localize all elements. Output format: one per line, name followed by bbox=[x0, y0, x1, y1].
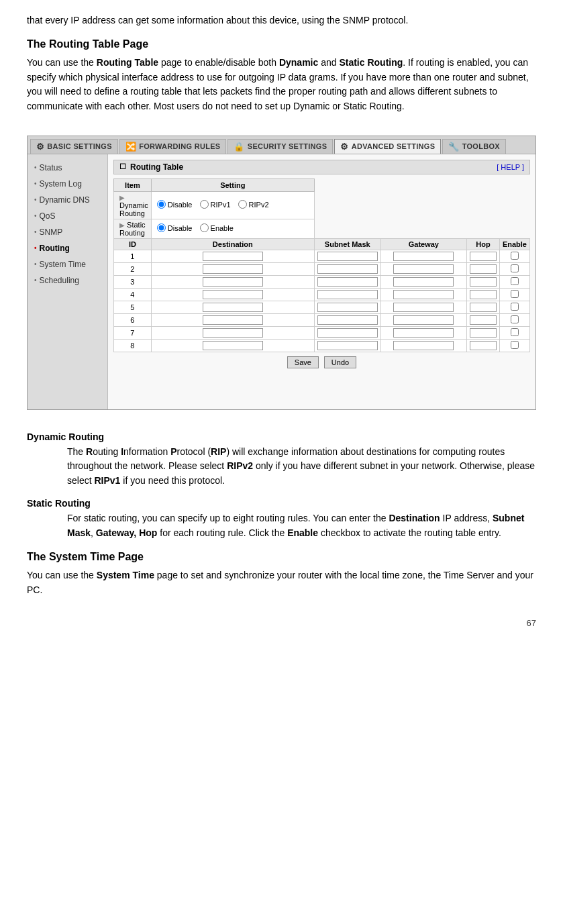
static-disable-label: Disable bbox=[157, 223, 193, 232]
row4-gateway bbox=[380, 288, 466, 301]
row3-dest-input[interactable] bbox=[203, 277, 263, 287]
row4-mask-input[interactable] bbox=[317, 290, 378, 299]
tab-advanced-settings[interactable]: ⚙ ADVANCED SETTINGS bbox=[334, 139, 441, 154]
row8-destination bbox=[151, 339, 314, 352]
row8-enable-cb[interactable] bbox=[511, 341, 519, 349]
row2-gw-input[interactable] bbox=[393, 264, 454, 274]
row6-gateway bbox=[380, 313, 466, 326]
row7-enable-cb[interactable] bbox=[511, 328, 519, 336]
static-enable-radio[interactable] bbox=[200, 223, 209, 232]
static-routing-heading: Static Routing bbox=[27, 498, 536, 509]
row8-subnet bbox=[314, 339, 380, 352]
table-row: 7 bbox=[114, 326, 530, 339]
dynamic-disable-label: Disable bbox=[157, 200, 193, 209]
row1-gateway bbox=[380, 250, 466, 262]
dynamic-routing-setting: Disable RIPv1 RIPv2 bbox=[151, 191, 314, 219]
row6-enable-cb[interactable] bbox=[511, 315, 519, 323]
row3-hop-input[interactable] bbox=[470, 277, 497, 287]
row1-dest-input[interactable] bbox=[203, 252, 263, 261]
row7-gw-input[interactable] bbox=[393, 328, 454, 338]
row5-gw-input[interactable] bbox=[393, 303, 454, 312]
row3-gw-input[interactable] bbox=[393, 277, 454, 287]
row5-hop bbox=[466, 301, 499, 313]
static-routing-content: For static routing, you can specify up t… bbox=[67, 511, 536, 540]
help-link[interactable]: [ HELP ] bbox=[497, 163, 524, 171]
row8-mask-input[interactable] bbox=[317, 341, 378, 350]
row6-subnet bbox=[314, 313, 380, 326]
row7-id: 7 bbox=[114, 326, 152, 339]
tab-toolbox[interactable]: 🔧 TOOLBOX bbox=[442, 139, 506, 154]
tab-toolbox-label: TOOLBOX bbox=[462, 142, 500, 150]
row3-id: 3 bbox=[114, 275, 152, 288]
row7-dest-input[interactable] bbox=[203, 328, 263, 338]
row3-gateway bbox=[380, 275, 466, 288]
row1-hop-input[interactable] bbox=[470, 252, 497, 261]
static-routing-row: ▶ Static Routing Disable Enable bbox=[114, 219, 530, 238]
row8-hop-input[interactable] bbox=[470, 341, 497, 350]
row8-gw-input[interactable] bbox=[393, 341, 454, 350]
tab-forwarding-rules[interactable]: 🔀 FORWARDING RULES bbox=[119, 139, 227, 154]
undo-button[interactable]: Undo bbox=[324, 356, 356, 368]
row6-gw-input[interactable] bbox=[393, 315, 454, 325]
page-number: 67 bbox=[27, 618, 536, 628]
row2-subnet bbox=[314, 262, 380, 275]
row2-destination bbox=[151, 262, 314, 275]
row8-dest-input[interactable] bbox=[203, 341, 263, 350]
sidebar-item-system-log[interactable]: • System Log bbox=[28, 176, 107, 192]
bullet-snmp: • bbox=[34, 228, 37, 236]
row6-mask-input[interactable] bbox=[317, 315, 378, 325]
static-disable-radio[interactable] bbox=[157, 223, 166, 232]
bullet-qos: • bbox=[34, 212, 37, 219]
col-header-setting: Setting bbox=[151, 178, 314, 191]
col-enable: Enable bbox=[499, 238, 529, 250]
save-button[interactable]: Save bbox=[287, 356, 319, 368]
dynamic-ripv2-radio[interactable] bbox=[238, 200, 247, 209]
routing-table: Item Setting ▶ Dynamic Routing bbox=[113, 178, 530, 352]
security-settings-icon: 🔒 bbox=[234, 142, 244, 152]
sidebar-label-snmp: SNMP bbox=[40, 227, 63, 237]
col-destination: Destination bbox=[151, 238, 314, 250]
row5-enable-cb[interactable] bbox=[511, 303, 519, 311]
tab-security-settings[interactable]: 🔒 SECURITY SETTINGS bbox=[227, 139, 333, 154]
sidebar-item-snmp[interactable]: • SNMP bbox=[28, 224, 107, 240]
row1-gw-input[interactable] bbox=[393, 252, 454, 261]
row6-id: 6 bbox=[114, 313, 152, 326]
sidebar-item-qos[interactable]: • QoS bbox=[28, 208, 107, 224]
static-enable-text: Enable bbox=[211, 224, 234, 232]
sidebar-item-system-time[interactable]: • System Time bbox=[28, 256, 107, 272]
row6-enable bbox=[499, 313, 529, 326]
row5-hop-input[interactable] bbox=[470, 303, 497, 312]
tab-basic-settings[interactable]: ⚙ BASIC SETTINGS bbox=[30, 139, 118, 154]
row1-enable-cb[interactable] bbox=[511, 252, 519, 260]
row4-gw-input[interactable] bbox=[393, 290, 454, 299]
tab-advanced-settings-label: ADVANCED SETTINGS bbox=[352, 142, 436, 150]
nav-tabs: ⚙ BASIC SETTINGS 🔀 FORWARDING RULES 🔒 SE… bbox=[28, 136, 535, 154]
row3-mask-input[interactable] bbox=[317, 277, 378, 287]
row6-hop-input[interactable] bbox=[470, 315, 497, 325]
dynamic-ripv1-radio[interactable] bbox=[200, 200, 209, 209]
row2-mask-input[interactable] bbox=[317, 264, 378, 274]
sidebar-item-status[interactable]: • Status bbox=[28, 160, 107, 176]
sidebar-item-dynamic-dns[interactable]: • Dynamic DNS bbox=[28, 192, 107, 208]
row2-hop-input[interactable] bbox=[470, 264, 497, 274]
row7-mask-input[interactable] bbox=[317, 328, 378, 338]
row5-mask-input[interactable] bbox=[317, 303, 378, 312]
row3-enable-cb[interactable] bbox=[511, 277, 519, 285]
dynamic-disable-radio[interactable] bbox=[157, 200, 166, 209]
row4-enable-cb[interactable] bbox=[511, 290, 519, 298]
row2-enable-cb[interactable] bbox=[511, 264, 519, 272]
row5-dest-input[interactable] bbox=[203, 303, 263, 312]
sidebar-item-scheduling[interactable]: • Scheduling bbox=[28, 272, 107, 289]
row1-mask-input[interactable] bbox=[317, 252, 378, 261]
row6-dest-input[interactable] bbox=[203, 315, 263, 325]
row4-dest-input[interactable] bbox=[203, 290, 263, 299]
row7-hop bbox=[466, 326, 499, 339]
row2-dest-input[interactable] bbox=[203, 264, 263, 274]
row7-hop-input[interactable] bbox=[470, 328, 497, 338]
table-row: 6 bbox=[114, 313, 530, 326]
row4-hop-input[interactable] bbox=[470, 290, 497, 299]
sidebar-item-routing[interactable]: • Routing bbox=[28, 240, 107, 256]
row7-destination bbox=[151, 326, 314, 339]
row2-enable bbox=[499, 262, 529, 275]
col-id: ID bbox=[114, 238, 152, 250]
